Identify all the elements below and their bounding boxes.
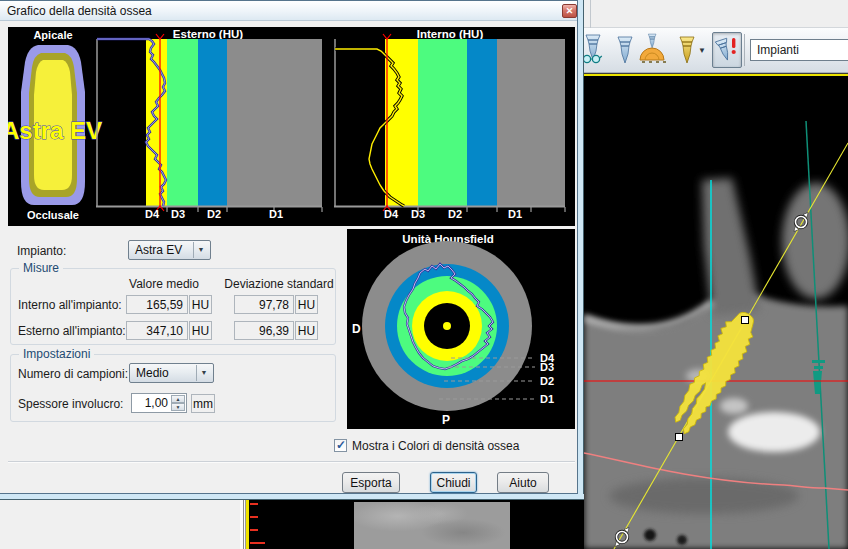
cross-section-thumbnail[interactable] — [354, 502, 510, 549]
esterno-chart: Esterno (HU) — [96, 28, 322, 220]
impianto-label: Impianto: — [17, 244, 66, 258]
chevron-down-icon: ▼ — [196, 365, 211, 381]
misure-row-label: Esterno all'impianto: — [18, 324, 126, 338]
esterno-std-unit: HU — [295, 321, 318, 340]
impostazioni-legend: Impostazioni — [19, 347, 94, 361]
ruler-tick — [250, 516, 258, 518]
bottom-left-panel — [0, 500, 240, 549]
interno-std-field: 97,78 — [234, 295, 294, 314]
bone-density-dialog: Grafico della densità ossea ✕ Apicale As… — [0, 0, 578, 494]
interno-zone-d1: D1 — [508, 208, 522, 220]
esterno-title: Esterno (HU) — [173, 28, 243, 40]
ct-scene — [584, 76, 848, 549]
spessore-label: Spessore involucro: — [18, 397, 123, 411]
interno-zone-d4: D4 — [384, 208, 399, 220]
toolbar-button-implant-angle[interactable] — [636, 32, 668, 68]
impostazioni-groupbox: Impostazioni Numero di campioni: Medio ▼… — [10, 354, 336, 422]
toolbar-dropdown-arrow[interactable]: ▼ — [696, 42, 708, 58]
ruler-tick — [250, 542, 265, 544]
bottom-section-panel — [0, 500, 584, 549]
chevron-down-icon: ▼ — [193, 242, 208, 258]
polar-zone-d2: D2 — [540, 375, 554, 387]
esterno-zone-d2: D2 — [207, 208, 221, 220]
main-window-top-strip — [584, 0, 848, 28]
spin-down-icon: ▼ — [176, 404, 181, 410]
misure-legend: Misure — [19, 261, 63, 275]
spessore-value: 1,00 — [132, 396, 168, 410]
impianto-select[interactable]: Astra EV ▼ — [128, 240, 211, 260]
dialog-border-bottom — [0, 494, 584, 500]
polar-zone-d1: D1 — [540, 393, 554, 405]
interno-zone-d3: D3 — [411, 208, 425, 220]
interno-title: Interno (HU) — [417, 28, 484, 40]
check-icon: ✓ — [336, 438, 346, 452]
implant-handle-bottom[interactable] — [676, 434, 683, 441]
dialog-titlebar[interactable]: Grafico della densità ossea ✕ — [0, 1, 577, 21]
bone-density-icon — [714, 33, 740, 65]
implant-name-overlay: Astra EV — [8, 117, 102, 144]
esterno-std-field: 96,39 — [234, 321, 294, 340]
screen: ▼ Impianti — [0, 0, 848, 549]
aiuto-button[interactable]: Aiuto — [497, 472, 549, 493]
button-separator — [8, 461, 575, 463]
close-button[interactable]: ✕ — [562, 4, 577, 18]
implants-combo[interactable]: Impianti — [750, 39, 848, 61]
polar-d-label: D — [352, 322, 361, 336]
occlusale-label: Occlusale — [27, 209, 79, 221]
interno-zone-d2: D2 — [448, 208, 462, 220]
esterno-mean-field: 347,10 — [126, 321, 188, 340]
dialog-title: Grafico della densità ossea — [7, 4, 152, 18]
ruler-tick — [250, 529, 258, 531]
campioni-label: Numero di campioni: — [18, 367, 128, 381]
ruler-yellow-line — [246, 500, 249, 549]
spin-down-button[interactable]: ▼ — [171, 403, 185, 411]
esterno-mean-unit: HU — [189, 321, 212, 340]
dialog-border-right — [578, 0, 584, 500]
col-header-std: Deviazione standard — [223, 277, 335, 291]
campioni-select[interactable]: Medio ▼ — [129, 363, 214, 383]
interno-mean-unit: HU — [189, 295, 212, 314]
polar-center-dot — [443, 322, 451, 330]
dropdown-arrow-icon: ▼ — [698, 46, 706, 55]
spin-up-button[interactable]: ▲ — [171, 395, 185, 403]
spessore-spinner[interactable]: 1,00 ▲ ▼ — [131, 393, 187, 413]
esterno-zone-d4: D4 — [145, 208, 160, 220]
impianto-select-value: Astra EV — [135, 243, 182, 257]
show-colors-checkbox[interactable]: ✓ — [334, 439, 347, 452]
spin-up-icon: ▲ — [176, 396, 181, 402]
polar-p-label: P — [442, 413, 450, 427]
main-toolbar: ▼ Impianti — [584, 28, 848, 73]
implant-handle-top[interactable] — [742, 317, 749, 324]
misure-row-label: Interno all'impianto: — [18, 298, 122, 312]
toolbar-button-bone-density[interactable] — [712, 32, 742, 68]
show-colors-label: Mostra i Colori di densità ossea — [352, 439, 519, 453]
ruler-gray-line — [243, 500, 244, 549]
density-charts-panel: Apicale Astra EV Occlusale Esterno (HU) — [8, 27, 575, 226]
close-icon: ✕ — [566, 6, 574, 16]
col-header-mean: Valore medio — [126, 277, 202, 291]
interno-chart: Interno (HU) — [334, 28, 565, 220]
implants-combo-value: Impianti — [757, 43, 799, 57]
esterno-zone-d1: D1 — [269, 208, 283, 220]
spessore-unit: mm — [191, 394, 215, 413]
polar-zone-d3: D3 — [540, 361, 554, 373]
ruler-tick — [250, 503, 258, 505]
apicale-label: Apicale — [33, 29, 72, 41]
misure-groupbox: Misure Valore medio Deviazione standard … — [10, 268, 336, 345]
implant-icon — [612, 33, 638, 65]
hounsfield-polar-panel: Unità Hounsfield D P D4 — [347, 229, 575, 429]
implant-silhouette: Apicale Astra EV Occlusale — [8, 29, 102, 221]
interno-mean-field: 165,59 — [126, 295, 188, 314]
chiudi-button[interactable]: Chiudi — [430, 472, 477, 493]
ct-cross-section-view[interactable] — [584, 76, 848, 549]
campioni-select-value: Medio — [136, 366, 169, 380]
esterno-zone-d3: D3 — [171, 208, 185, 220]
esporta-button[interactable]: Esporta — [342, 472, 400, 493]
toolbar-separator — [744, 34, 745, 66]
implant-angle-icon — [637, 33, 667, 65]
interno-std-unit: HU — [295, 295, 318, 314]
